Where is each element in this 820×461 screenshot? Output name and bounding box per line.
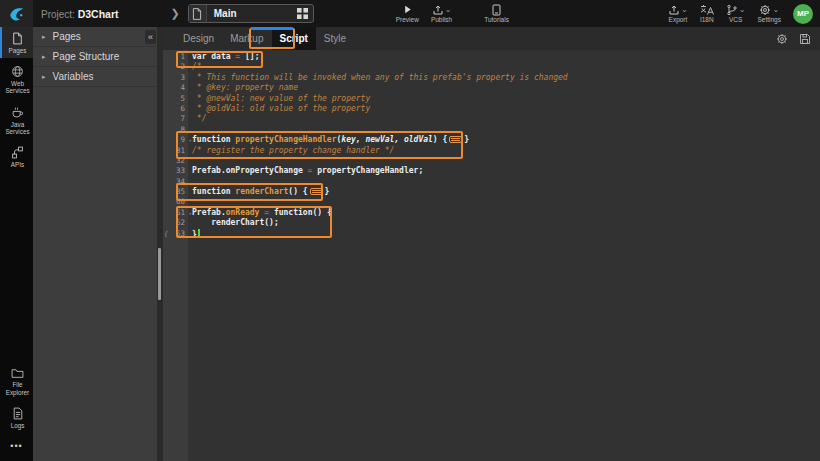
sidebar-item-pages[interactable]: Pages xyxy=(0,27,33,58)
panel-section-variables[interactable]: ▸ Variables xyxy=(33,67,157,87)
sidebar-item-file-explorer[interactable]: File Explorer xyxy=(0,362,33,399)
vcs-button[interactable]: ⌄ VCS xyxy=(726,3,746,24)
chevron-down-icon: ⌄ xyxy=(445,6,452,14)
code-line-text[interactable]: * @newVal: new value of the property xyxy=(188,94,370,104)
pages-panel: ▸ Pages « ▸ Page Structure ▸ Variables xyxy=(33,27,157,461)
export-button[interactable]: ⌄ Export xyxy=(668,3,688,24)
project-label: Project: xyxy=(41,9,75,20)
code-line[interactable]: 9▸function propertyChangeHandler(key, ne… xyxy=(163,135,820,145)
code-line-text[interactable]: } xyxy=(188,229,200,239)
open-page-tab[interactable]: Main xyxy=(188,4,314,23)
code-line[interactable]: 8 xyxy=(163,125,820,135)
editor-settings-gear-icon[interactable] xyxy=(776,33,788,45)
upload-icon xyxy=(432,4,444,16)
sidebar-item-logs[interactable]: Logs xyxy=(0,402,33,433)
code-line-text[interactable] xyxy=(188,125,192,135)
publish-button[interactable]: ⌄ Publish xyxy=(431,3,452,24)
tutorials-label: Tutorials xyxy=(484,17,509,24)
code-line[interactable]: 32 xyxy=(163,156,820,166)
panel-scrollbar[interactable] xyxy=(157,27,163,461)
code-line-text[interactable]: * @key: property name xyxy=(188,83,298,93)
text-cursor xyxy=(198,229,200,238)
collapsed-code-icon[interactable] xyxy=(449,136,462,143)
code-line[interactable]: 31/* register the property change handle… xyxy=(163,146,820,156)
logs-icon xyxy=(12,407,24,420)
panel-section-label: Page Structure xyxy=(53,51,120,62)
project-name: D3Chart xyxy=(78,8,119,20)
code-line[interactable]: 4 * @key: property name xyxy=(163,83,820,93)
code-line[interactable]: 7 */ xyxy=(163,114,820,124)
git-branch-icon xyxy=(726,4,738,16)
collapse-panel-button[interactable]: « xyxy=(145,30,156,44)
code-line-text[interactable]: Prefab.onPropertyChange = propertyChange… xyxy=(188,166,423,176)
scrollbar-thumb[interactable] xyxy=(158,248,161,300)
code-line-text[interactable]: /* xyxy=(188,62,202,72)
code-line[interactable]: 3 * This function will be invoked when a… xyxy=(163,73,820,83)
wavemaker-logo-icon xyxy=(8,5,26,23)
line-number: 31 xyxy=(163,146,188,156)
tab-markup[interactable]: Markup xyxy=(222,27,271,50)
chevron-right-icon: ❯ xyxy=(171,7,180,20)
collapsed-code-icon[interactable] xyxy=(310,188,323,195)
sidebar-item-apis[interactable]: APIs xyxy=(0,141,33,172)
panel-section-page-structure[interactable]: ▸ Page Structure xyxy=(33,47,157,67)
more-options-icon[interactable]: ••• xyxy=(0,435,33,457)
sidebar-item-label: Logs xyxy=(11,422,25,429)
tab-style[interactable]: Style xyxy=(316,27,354,50)
code-line[interactable]: {63} xyxy=(163,229,820,239)
settings-button[interactable]: ⌄ Settings xyxy=(758,3,782,24)
preview-button[interactable]: Preview xyxy=(396,3,419,24)
tab-design[interactable]: Design xyxy=(175,27,222,50)
code-line-text[interactable]: Prefab.onReady = function() { xyxy=(188,208,332,218)
code-line[interactable]: 2/* xyxy=(163,62,820,72)
line-number: 33 xyxy=(163,166,188,176)
code-line[interactable]: 61▸Prefab.onReady = function() { xyxy=(163,208,820,218)
sidebar-item-label: APIs xyxy=(11,161,24,168)
code-line[interactable]: 5 * @newVal: new value of the property xyxy=(163,94,820,104)
code-content[interactable]: 1var data = [];2/*3 * This function will… xyxy=(163,52,820,239)
line-number: 62 xyxy=(163,218,188,228)
user-avatar[interactable]: MP xyxy=(793,4,813,24)
grid-view-icon[interactable] xyxy=(297,8,308,19)
wavemaker-logo[interactable] xyxy=(0,0,33,27)
code-line-text[interactable] xyxy=(188,177,192,187)
line-number: 2 xyxy=(163,62,188,72)
line-number: 7 xyxy=(163,114,188,124)
code-line[interactable]: 6 * @oldVal: old value of the property xyxy=(163,104,820,114)
tab-script[interactable]: Script xyxy=(272,27,316,50)
code-line-text[interactable]: renderChart(); xyxy=(188,218,279,228)
code-line-text[interactable]: * @oldVal: old value of the property xyxy=(188,104,370,114)
code-line-text[interactable]: */ xyxy=(188,114,206,124)
code-line[interactable]: 1var data = []; xyxy=(163,52,820,62)
code-line[interactable]: 35function renderChart() {} xyxy=(163,187,820,197)
project-breadcrumb: Project: D3Chart xyxy=(41,8,119,20)
save-icon[interactable] xyxy=(799,33,811,45)
tutorials-button[interactable]: Tutorials xyxy=(484,3,509,24)
page-tab-label: Main xyxy=(214,8,237,19)
web-services-icon xyxy=(11,65,24,78)
line-number: 8 xyxy=(163,125,188,135)
line-number: 6 xyxy=(163,104,188,114)
code-line[interactable]: 62 renderChart(); xyxy=(163,218,820,228)
editor-strip-icons xyxy=(776,27,811,50)
panel-section-label: Pages xyxy=(53,31,81,42)
code-line-text[interactable]: * This function will be invoked when any… xyxy=(188,73,568,83)
code-line[interactable]: 33Prefab.onPropertyChange = propertyChan… xyxy=(163,166,820,176)
panel-section-pages[interactable]: ▸ Pages « xyxy=(33,27,157,47)
code-line[interactable]: 34 xyxy=(163,177,820,187)
i18n-button[interactable]: I18N xyxy=(700,3,714,24)
code-line[interactable]: 60 xyxy=(163,197,820,207)
sidebar-item-web-services[interactable]: Web Services xyxy=(0,60,33,98)
code-line-text[interactable]: function renderChart() {} xyxy=(188,187,329,197)
code-line-text[interactable] xyxy=(188,197,192,207)
fold-arrow-icon[interactable]: ▸ xyxy=(189,135,192,145)
fold-arrow-icon[interactable]: ▸ xyxy=(189,208,192,218)
file-explorer-icon xyxy=(11,367,24,379)
code-line-text[interactable]: var data = []; xyxy=(188,52,259,62)
apis-icon xyxy=(11,146,24,159)
sidebar-item-java-services[interactable]: Java Services xyxy=(0,101,33,139)
code-line-text[interactable]: function propertyChangeHandler(key, newV… xyxy=(188,135,469,145)
code-line-text[interactable]: /* register the property change handler … xyxy=(188,146,394,156)
script-editor[interactable]: 1var data = [];2/*3 * This function will… xyxy=(163,50,820,461)
code-line-text[interactable] xyxy=(188,156,192,166)
